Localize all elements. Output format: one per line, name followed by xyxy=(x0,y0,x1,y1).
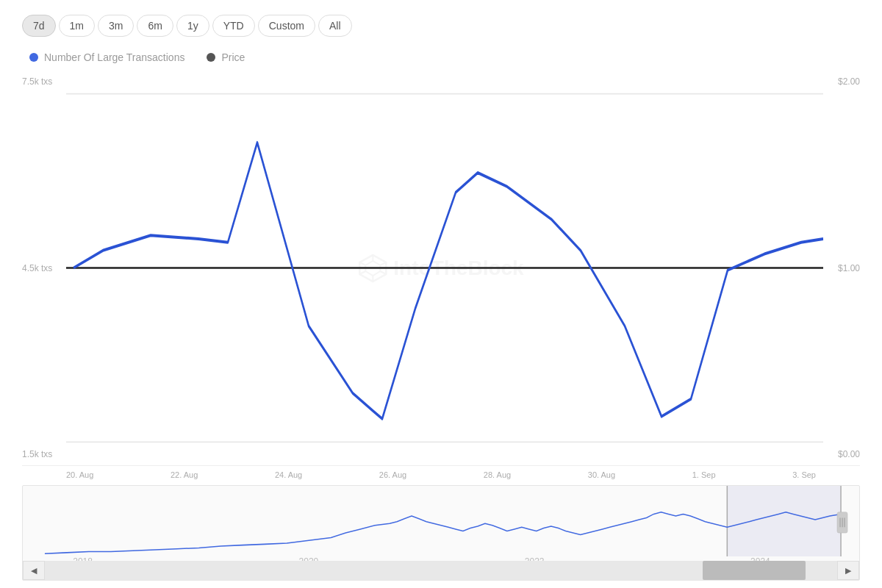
nav-scrollbar-track[interactable] xyxy=(45,561,837,580)
arrow-right-icon: ▶ xyxy=(845,566,851,576)
x-axis: 20. Aug 22. Aug 24. Aug 26. Aug 28. Aug … xyxy=(22,466,860,482)
chart-wrapper: IntoTheBlock 7.5k txs 4.5k txs 1.5k txs … xyxy=(22,71,860,581)
btn-7d[interactable]: 7d xyxy=(22,15,56,37)
btn-6m[interactable]: 6m xyxy=(137,15,173,37)
main-chart-area: IntoTheBlock 7.5k txs 4.5k txs 1.5k txs … xyxy=(22,71,860,466)
btn-1m[interactable]: 1m xyxy=(59,15,95,37)
x-label-4: 28. Aug xyxy=(484,470,511,479)
x-label-1: 22. Aug xyxy=(171,470,198,479)
legend-transactions: Number Of Large Transactions xyxy=(29,51,184,63)
legend-dot-transactions xyxy=(29,53,38,62)
legend-dot-price xyxy=(207,53,215,62)
x-label-0: 20. Aug xyxy=(66,470,93,479)
chart-legend: Number Of Large Transactions Price xyxy=(22,51,860,63)
nav-scroll-left-btn[interactable]: ◀ xyxy=(23,561,45,580)
btn-all[interactable]: All xyxy=(318,15,352,37)
legend-label-price: Price xyxy=(221,51,245,63)
legend-label-transactions: Number Of Large Transactions xyxy=(44,51,184,63)
nav-scrollbar-thumb[interactable] xyxy=(703,561,806,580)
x-label-7: 3. Sep xyxy=(792,470,816,479)
nav-line xyxy=(45,512,841,553)
arrow-left-icon: ◀ xyxy=(31,566,37,576)
x-label-2: 24. Aug xyxy=(275,470,302,479)
navigator-chart[interactable]: 2018 2020 2022 2024 ◀ ▶ xyxy=(22,485,860,581)
legend-price: Price xyxy=(207,51,245,63)
x-label-3: 26. Aug xyxy=(379,470,406,479)
transactions-line xyxy=(74,143,823,419)
main-container: 7d 1m 3m 6m 1y YTD Custom All Number Of … xyxy=(0,0,882,588)
main-chart-svg xyxy=(22,71,860,465)
btn-custom[interactable]: Custom xyxy=(258,15,315,37)
btn-3m[interactable]: 3m xyxy=(98,15,134,37)
x-label-6: 1. Sep xyxy=(692,470,716,479)
time-range-selector: 7d 1m 3m 6m 1y YTD Custom All xyxy=(22,15,860,37)
btn-ytd[interactable]: YTD xyxy=(212,15,255,37)
x-label-5: 30. Aug xyxy=(588,470,615,479)
svg-rect-12 xyxy=(727,486,841,556)
btn-1y[interactable]: 1y xyxy=(176,15,209,37)
nav-scroll-right-btn[interactable]: ▶ xyxy=(837,561,859,580)
